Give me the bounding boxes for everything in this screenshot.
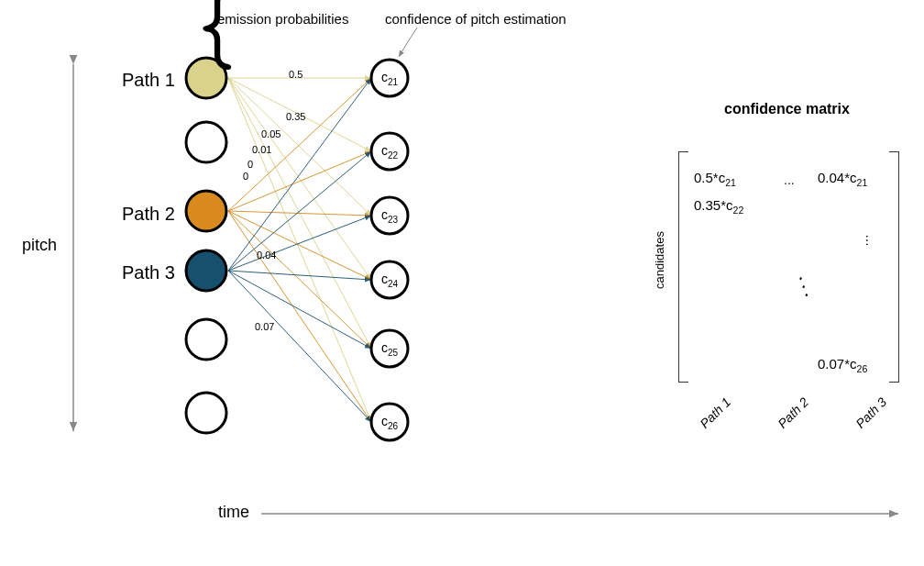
emval-2: 0.05 xyxy=(261,128,280,139)
emval-0: 0.5 xyxy=(289,69,302,80)
matrix-vdots: … xyxy=(864,234,878,247)
confidence-annot: confidence of pitch estimation xyxy=(385,11,566,27)
emission-label: emission probabilities xyxy=(217,11,348,27)
path3-label: Path 3 xyxy=(122,262,175,283)
matrix-row-axis: candidates xyxy=(653,231,666,289)
emval-5: 0 xyxy=(243,171,248,182)
svg-line-12 xyxy=(228,211,371,349)
emval-1: 0.35 xyxy=(286,111,305,122)
svg-point-25 xyxy=(186,393,226,433)
path2-label: Path 2 xyxy=(122,204,175,225)
cell-r1c3: 0.04*c21 xyxy=(818,170,867,188)
matrix-bracket-left xyxy=(678,151,688,383)
svg-line-17 xyxy=(228,271,371,280)
svg-line-14 xyxy=(228,78,371,271)
matrix-bracket-right xyxy=(889,151,899,383)
svg-point-23 xyxy=(186,250,226,291)
svg-line-10 xyxy=(228,211,371,216)
svg-line-11 xyxy=(228,211,371,280)
cell-r6c3: 0.07*c26 xyxy=(818,356,867,374)
svg-line-18 xyxy=(228,271,371,349)
emval-3: 0.01 xyxy=(252,144,271,155)
svg-line-4 xyxy=(228,78,371,216)
svg-line-19 xyxy=(228,271,371,422)
pitch-axis-label: pitch xyxy=(22,236,57,255)
svg-point-22 xyxy=(186,191,226,231)
svg-point-21 xyxy=(186,122,226,162)
cell-r1c1: 0.5*c21 xyxy=(694,170,736,188)
svg-point-24 xyxy=(186,319,226,360)
matrix-title: confidence matrix xyxy=(724,101,850,117)
emval-4: 0 xyxy=(248,159,253,170)
emval-p3-c26: 0.07 xyxy=(255,321,274,332)
cell-r1c2: ... xyxy=(784,172,795,187)
svg-point-20 xyxy=(186,58,226,98)
time-axis-label: time xyxy=(218,503,249,522)
cell-r2c1: 0.35*c22 xyxy=(694,197,743,216)
path1-label: Path 1 xyxy=(122,70,175,91)
svg-line-8 xyxy=(228,78,371,211)
emval-p3-c21: 0.04 xyxy=(257,250,276,261)
